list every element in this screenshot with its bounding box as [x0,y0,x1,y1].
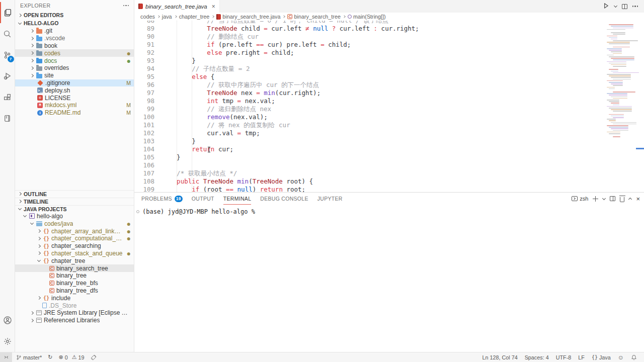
language-mode[interactable]: {} Java [592,354,611,360]
section-open-editors[interactable]: OPEN EDITORS [15,11,134,19]
tab-close-icon[interactable]: × [212,3,215,10]
java-tree-item-include[interactable]: {}include [15,294,134,302]
tree-item-book[interactable]: book [15,42,134,50]
editor-tab[interactable]: binary_search_tree.java × [134,0,220,13]
line-number: 107 [134,169,154,177]
breadcrumb-item[interactable]: java [162,14,172,20]
java-tree-item-hello-algo[interactable]: hello-algo [15,213,134,220]
problems-count-badge: 19 [175,196,183,202]
indentation[interactable]: Spaces: 4 [525,354,549,360]
panel-tab-jupyter[interactable]: JUPYTER [317,193,343,205]
panel-tab-problems[interactable]: PROBLEMS19 [141,193,183,205]
terminal-area[interactable]: (base) jyd@JYD-MBP hello-algo % [134,205,644,352]
warnings-icon: ⚠ [72,354,77,360]
tree-item-label: README.md [45,109,80,116]
explorer-icon[interactable] [0,2,15,23]
minimap-line [609,114,624,115]
tree-item--gitignore[interactable]: .gitignoreM [15,79,134,87]
launch-status[interactable] [91,354,97,360]
code-line: 107/* 获取最小结点 */ [134,169,599,177]
line-number: 95 [134,73,154,81]
java-file-icon [138,4,143,9]
extensions-icon[interactable] [0,86,15,108]
tree-item-mkdocs-yml[interactable]: Mmkdocs.ymlM [15,102,134,109]
settings-gear-icon[interactable] [0,331,15,352]
panel-tab-debug-console[interactable]: DEBUG CONSOLE [260,193,308,205]
tree-item-docs[interactable]: docs● [15,57,134,64]
minimap-line [607,93,627,94]
java-tree-item-chapter-array-and-linkedlist[interactable]: {}chapter_array_and_linkedlist● [15,227,134,235]
tree-item--git[interactable]: .git [15,27,134,35]
notebook-icon[interactable] [0,108,15,129]
breadcrumb-item[interactable]: binary_search_tree.java [216,14,280,20]
tree-item-license[interactable]: ©LICENSE [15,94,134,102]
tree-item-site[interactable]: site [15,72,134,79]
line-number: 97 [134,89,154,97]
java-tree-item-jre-system-library--eclipse-temurin-17--17----[interactable]: JRE System Library [Eclipse Temurin 17 [… [15,309,134,317]
java-tree-item-chapter-searching[interactable]: {}chapter_searching [15,242,134,250]
run-button[interactable] [603,2,609,11]
tree-item-deploy-sh[interactable]: >_deploy.sh [15,86,134,94]
breadcrumb-item[interactable]: chapter_tree [179,14,210,20]
section-outline[interactable]: OUTLINE [15,190,134,198]
java-tree-item-binary-tree[interactable]: Cbinary_tree [15,272,134,280]
tree-item-overrides[interactable]: overrides [15,64,134,72]
split-editor-icon[interactable] [622,4,627,9]
section-java-projects[interactable]: JAVA PROJECTS [15,205,134,213]
java-tree-item-chapter-tree[interactable]: {}chapter_tree [15,257,134,264]
editor-more-icon[interactable] [632,6,638,7]
panel-tab-terminal[interactable]: TERMINAL [223,193,252,205]
tree-item--vscode[interactable]: .vscode [15,35,134,42]
split-terminal-icon[interactable] [610,196,615,201]
minimap-line [609,82,623,83]
source-control-icon[interactable]: 7 [0,44,15,65]
encoding[interactable]: UTF-8 [556,354,572,360]
breadcrumb-item[interactable]: main(String[]) [348,14,386,20]
breadcrumb-item[interactable]: Cbinary_search_tree [287,14,340,20]
terminal-selector[interactable]: zsh [572,196,588,202]
java-tree-item-binary-tree-dfs[interactable]: Cbinary_tree_dfs [15,287,134,295]
section-timeline[interactable]: TIMELINE [15,198,134,205]
feedback-smiley[interactable]: ☺ [618,354,624,361]
eol-sequence[interactable]: LF [578,354,585,360]
java-tree-item-chapter-computational-complexity[interactable]: {}chapter_computational_complexity● [15,235,134,242]
remote-indicator[interactable] [0,352,12,362]
tree-item-codes[interactable]: codes● [15,49,134,57]
tree-item-readme-md[interactable]: iREADME.mdM [15,109,134,117]
panel-tab-output[interactable]: OUTPUT [192,193,214,205]
terminal-dropdown-icon[interactable] [602,196,606,200]
java-tree-item-binary-tree-bfs[interactable]: Cbinary_tree_bfs [15,280,134,287]
new-terminal-icon[interactable] [593,196,598,202]
line-number: 108 [134,177,154,186]
code-text [154,161,162,169]
maximize-panel-icon[interactable] [628,198,632,201]
minimap-line [611,116,624,117]
minimap-line [609,56,634,57]
breadcrumb-item[interactable]: codes [140,14,155,20]
sync-status[interactable]: ↻ [48,354,52,360]
notifications-bell[interactable] [631,354,637,360]
problems-status[interactable]: ⊗ 0 ⚠ 19 [58,354,84,360]
cursor-position[interactable]: Ln 128, Col 74 [482,354,517,360]
close-panel-icon[interactable]: × [636,196,640,202]
java-tree-item--ds-store[interactable]: .DS_Store [15,302,134,309]
java-tree-item-codes-java[interactable]: codes/java● [15,220,134,227]
java-tree-item-binary-search-tree[interactable]: Cbinary_search_tree [15,264,134,272]
minimap-line [609,88,615,89]
chevron-right-icon [30,311,34,315]
section-workspace-root[interactable]: HELLO-ALGO [15,19,134,27]
run-debug-icon[interactable] [0,65,15,86]
java-tree-item-referenced-libraries[interactable]: Referenced Libraries [15,317,134,324]
account-icon[interactable] [0,310,15,331]
java-tree-item-chapter-stack-and-queue[interactable]: {}chapter_stack_and_queue● [15,250,134,257]
minimap-line [606,113,636,114]
shell-label: zsh [580,196,588,202]
run-dropdown-icon[interactable] [613,4,617,8]
minimap-line [607,74,631,75]
minimap[interactable] [606,23,636,138]
explorer-more-icon[interactable] [123,5,129,7]
search-icon[interactable] [0,23,15,44]
code-editor[interactable]: 88// 当子结点数量 = 0 / 1 时， child = null / 该子… [134,21,644,192]
kill-terminal-icon[interactable] [620,197,624,202]
branch-status[interactable]: master* [16,354,42,360]
